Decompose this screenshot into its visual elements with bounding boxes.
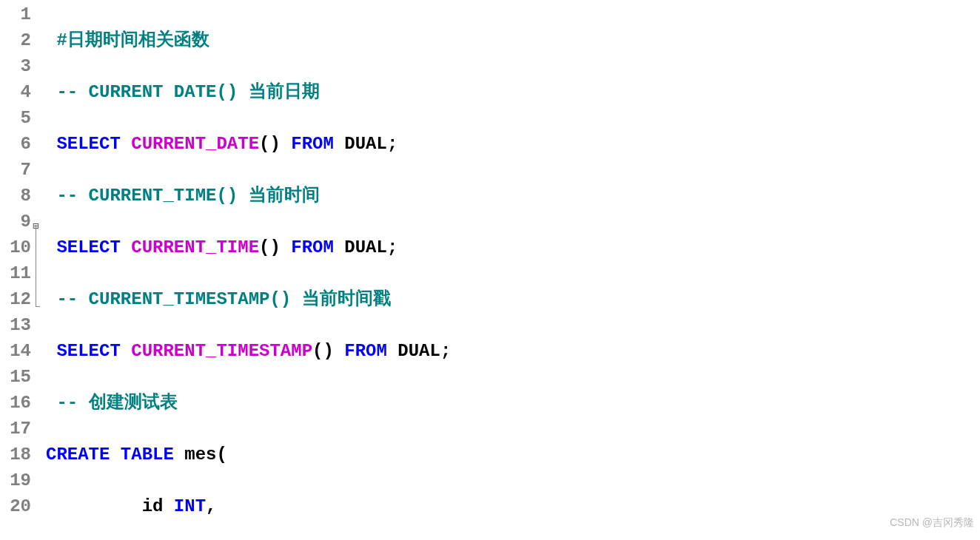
code-line: -- 创建测试表: [46, 390, 675, 416]
code-line: -- CURRENT_TIME() 当前时间: [46, 183, 675, 209]
line-number: 15: [0, 364, 34, 390]
line-number: 11: [0, 260, 34, 286]
line-number: 14: [0, 338, 34, 364]
line-number: 12: [0, 286, 34, 312]
code-line: -- CURRENT_TIMESTAMP() 当前时间戳: [46, 286, 675, 312]
line-number-gutter: 1 2 3 4 5 6 7 8 9 10 11 12 13 14 15 16 1…: [0, 0, 34, 540]
line-number: 8: [0, 183, 34, 209]
line-number: 20: [0, 493, 34, 519]
fold-guide: [36, 225, 36, 306]
fold-column: ⊟: [34, 0, 44, 540]
code-line: id INT,: [46, 493, 675, 519]
line-number: 17: [0, 416, 34, 442]
line-number: 13: [0, 312, 34, 338]
line-number: 2: [0, 27, 34, 53]
code-line: SELECT CURRENT_TIME() FROM DUAL;: [46, 234, 675, 260]
line-number: 7: [0, 157, 34, 183]
code-area[interactable]: #日期时间相关函数 -- CURRENT DATE() 当前日期 SELECT …: [44, 0, 675, 540]
line-number: 1: [0, 1, 34, 27]
line-number: 16: [0, 390, 34, 416]
line-number: 18: [0, 442, 34, 468]
line-number: 3: [0, 53, 34, 79]
code-line: SELECT CURRENT_TIMESTAMP() FROM DUAL;: [46, 338, 675, 364]
fold-guide-end: [36, 306, 40, 307]
code-editor: 1 2 3 4 5 6 7 8 9 10 11 12 13 14 15 16 1…: [0, 0, 980, 540]
line-number: 5: [0, 105, 34, 131]
line-number: 4: [0, 79, 34, 105]
code-line: -- CURRENT DATE() 当前日期: [46, 79, 675, 105]
line-number: 6: [0, 131, 34, 157]
line-number: 9: [0, 209, 34, 234]
code-line: #日期时间相关函数: [46, 27, 675, 53]
code-line: SELECT CURRENT_DATE() FROM DUAL;: [46, 131, 675, 157]
code-line: CREATE TABLE mes(: [46, 442, 675, 468]
line-number: 10: [0, 234, 34, 260]
line-number: 19: [0, 468, 34, 493]
watermark-text: CSDN @吉冈秀隆: [890, 510, 974, 536]
